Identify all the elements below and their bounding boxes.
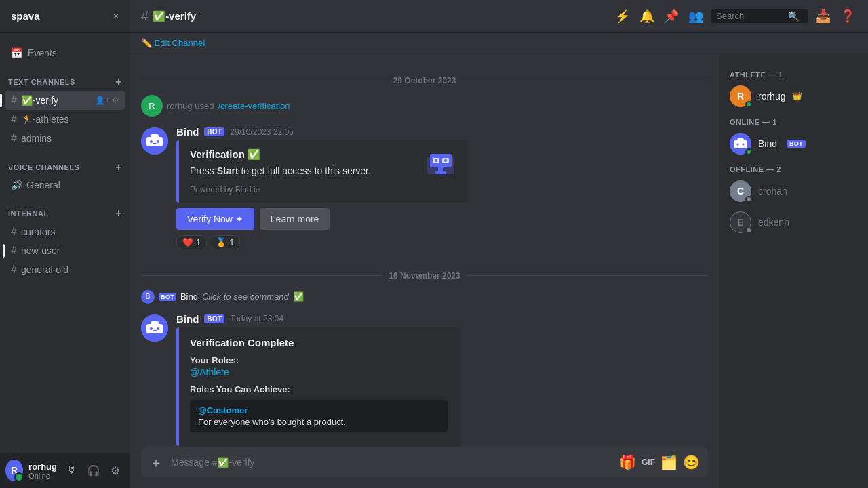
bot-badge-2: BOT bbox=[204, 314, 224, 323]
sidebar-item-events[interactable]: 📅 Events bbox=[5, 43, 125, 62]
used-command-row: R rorhug used /create-verification bbox=[141, 94, 708, 118]
add-file-button[interactable]: ＋ bbox=[149, 453, 163, 472]
message-group-2: Bind BOT Today at 23:04 Verification Com… bbox=[141, 310, 708, 447]
embed-icon-1 bbox=[425, 148, 457, 181]
command-name: /create-verification bbox=[218, 101, 290, 111]
member-rorhug[interactable]: R rorhug 👑 bbox=[724, 81, 863, 111]
deafen-button[interactable]: 🎧 bbox=[84, 461, 103, 480]
rorhug-avatar: R bbox=[730, 85, 751, 107]
footer-actions: 🎙 🎧 ⚙ bbox=[62, 461, 125, 480]
message-group-1: Bind BOT 29/10/2023 22:05 Verification ✅… bbox=[141, 123, 708, 252]
mute-button[interactable]: 🎙 bbox=[62, 461, 81, 480]
roles-can-achieve-label: Roles You Can Achieve: bbox=[190, 384, 450, 394]
embed-title-1: Verification ✅ bbox=[190, 148, 416, 161]
member-crohan[interactable]: C crohan bbox=[724, 176, 863, 206]
heart-emoji: ❤️ bbox=[182, 237, 193, 247]
channel-name-curators: curators bbox=[21, 226, 56, 237]
athlete-category-label: ATHLETE — 1 bbox=[724, 65, 863, 81]
channel-name-athletes: 🏃-athletes bbox=[21, 114, 69, 125]
online-category-label: ONLINE — 1 bbox=[724, 113, 863, 129]
notification-icon[interactable]: 🔔 bbox=[637, 7, 656, 26]
learn-more-button[interactable]: Learn more bbox=[260, 208, 330, 230]
reaction-medal[interactable]: 🏅 1 bbox=[210, 235, 240, 249]
internal-category: INTERNAL + # curators # new-user # gener… bbox=[0, 202, 130, 282]
bot-badge-cmd: BOT bbox=[159, 293, 176, 301]
help-icon[interactable]: ❓ bbox=[838, 7, 857, 26]
add-member-icon[interactable]: 👤+ bbox=[95, 96, 110, 105]
role-tag-athlete: @Athlete bbox=[190, 367, 450, 378]
crohan-name: crohan bbox=[758, 186, 787, 197]
bot-icon-small: B bbox=[141, 290, 155, 304]
sidebar-item-verify[interactable]: # ✅-verify 👤+ ⚙ bbox=[5, 91, 125, 110]
search-icon: 🔍 bbox=[788, 11, 800, 22]
pin-icon[interactable]: 📌 bbox=[662, 7, 681, 26]
channel-name-general-old: general-old bbox=[21, 264, 68, 275]
sidebar-item-general-old[interactable]: # general-old bbox=[5, 260, 125, 279]
add-text-channel-icon[interactable]: + bbox=[115, 76, 122, 88]
search-input[interactable] bbox=[716, 11, 784, 21]
sidebar-item-curators[interactable]: # curators bbox=[5, 222, 125, 241]
sidebar-item-general-voice[interactable]: 🔊 General bbox=[5, 176, 125, 194]
add-voice-channel-icon[interactable]: + bbox=[115, 161, 122, 174]
embed-button-row-1: Verify Now ✦ Learn more bbox=[176, 208, 708, 230]
message-timestamp-1: 29/10/2023 22:05 bbox=[230, 127, 293, 137]
embed-content-1: Verification ✅ Press Start to get full a… bbox=[190, 148, 416, 195]
gift-button[interactable]: 🎁 bbox=[619, 454, 636, 470]
message-author-1: Bind bbox=[176, 126, 199, 138]
svg-rect-15 bbox=[146, 324, 163, 333]
sidebar-item-athletes[interactable]: # 🏃-athletes bbox=[5, 110, 125, 129]
embed-complete-title: Verification Complete bbox=[190, 337, 450, 348]
member-bind[interactable]: Bind BOT bbox=[724, 129, 863, 159]
member-edkenn[interactable]: E edkenn bbox=[724, 207, 863, 237]
channel-content: 29 October 2023 R rorhug used /create-ve… bbox=[130, 54, 719, 488]
svg-rect-1 bbox=[146, 137, 163, 146]
user-info: rorhug Online bbox=[28, 462, 57, 480]
text-channels-header[interactable]: TEXT CHANNELS + bbox=[5, 73, 125, 91]
channel-name-admins: admins bbox=[21, 133, 52, 144]
role-card-customer: @Customer For everyone who's bought a pr… bbox=[190, 400, 448, 432]
settings-icon[interactable]: ⚙ bbox=[112, 96, 119, 105]
message-input[interactable] bbox=[171, 457, 611, 468]
bot-badge-1: BOT bbox=[204, 127, 224, 136]
svg-rect-13 bbox=[438, 167, 443, 171]
reaction-heart[interactable]: ❤️ 1 bbox=[176, 235, 207, 249]
search-bar[interactable]: 🔍 bbox=[711, 9, 808, 23]
hash-icon-2: # bbox=[11, 113, 17, 125]
svg-point-17 bbox=[150, 327, 153, 330]
sidebar-item-admins[interactable]: # admins bbox=[5, 129, 125, 148]
internal-header[interactable]: INTERNAL + bbox=[5, 205, 125, 222]
sidebar-item-new-user[interactable]: # new-user bbox=[5, 241, 125, 260]
desc-prefix: Press bbox=[190, 165, 217, 176]
members-toggle-icon[interactable]: 👥 bbox=[686, 7, 705, 26]
voice-channels-header[interactable]: VOICE CHANNELS + bbox=[5, 159, 125, 176]
edkenn-avatar: E bbox=[730, 211, 751, 233]
message-content-2: Bind BOT Today at 23:04 Verification Com… bbox=[176, 313, 708, 447]
bind-name: Bind bbox=[758, 138, 777, 149]
svg-point-11 bbox=[444, 159, 447, 162]
message-author-2: Bind bbox=[176, 313, 199, 325]
boost-icon[interactable]: ⚡ bbox=[613, 7, 632, 26]
svg-point-3 bbox=[150, 140, 153, 143]
sticker-button[interactable]: 🗂️ bbox=[660, 454, 677, 470]
topbar-actions: ⚡ 🔔 📌 👥 🔍 📥 ❓ bbox=[613, 7, 857, 26]
bot-command-row: B BOT Bind Click to see command ✅ bbox=[141, 289, 708, 305]
inbox-icon[interactable]: 📥 bbox=[814, 7, 833, 26]
verify-now-button[interactable]: Verify Now ✦ bbox=[176, 208, 254, 230]
hash-icon-5: # bbox=[11, 245, 17, 257]
messages-area: 29 October 2023 R rorhug used /create-ve… bbox=[130, 54, 719, 447]
hash-icon-6: # bbox=[11, 264, 17, 276]
rorhug-name: rorhug bbox=[758, 91, 785, 102]
role-card-customer-name: @Customer bbox=[198, 405, 439, 415]
emoji-button[interactable]: 😊 bbox=[683, 454, 700, 470]
verification-complete-embed: Verification Complete Your Roles: @Athle… bbox=[176, 327, 461, 446]
svg-point-18 bbox=[157, 327, 159, 330]
reaction-heart-count: 1 bbox=[196, 237, 201, 247]
add-internal-channel-icon[interactable]: + bbox=[115, 207, 122, 220]
user-settings-button[interactable]: ⚙ bbox=[106, 461, 125, 480]
bot-avatar-2 bbox=[141, 314, 168, 342]
user-panel: R rorhug Online 🎙 🎧 ⚙ bbox=[0, 453, 130, 488]
server-header[interactable]: spava ✕ bbox=[0, 0, 130, 33]
edit-channel-link[interactable]: ✏️ Edit Channel bbox=[141, 38, 205, 48]
gif-button[interactable]: GIF bbox=[642, 458, 655, 467]
edit-channel-bar: ✏️ Edit Channel bbox=[130, 33, 868, 54]
